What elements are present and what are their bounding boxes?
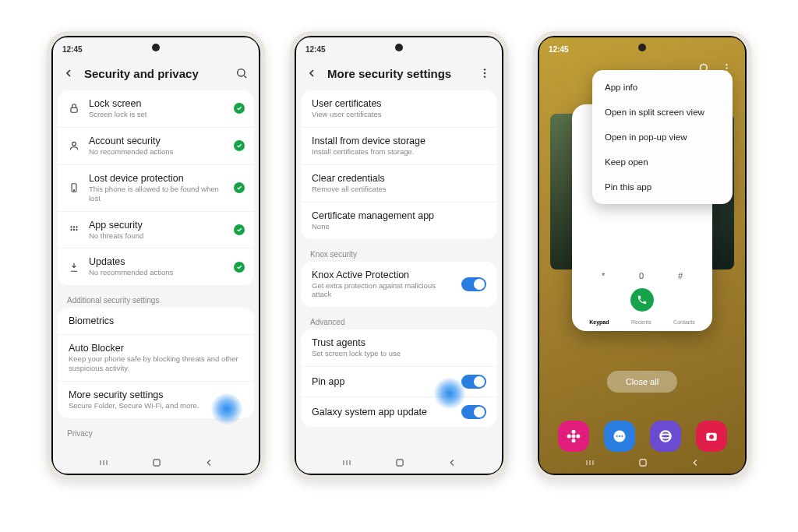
more-icon[interactable] <box>475 64 494 83</box>
screen-security-privacy: 12:45 Security and privacy Lock screenSc… <box>53 37 259 474</box>
nav-back-icon[interactable] <box>203 457 214 468</box>
row-pin-app[interactable]: Pin app <box>301 367 497 397</box>
svg-point-32 <box>709 435 714 439</box>
svg-point-26 <box>616 435 617 437</box>
row-sub: Secure Folder, Secure Wi-Fi, and more. <box>69 401 243 410</box>
row-sub: This phone is allowed to be found when l… <box>89 185 226 203</box>
toggle-switch[interactable] <box>461 277 486 291</box>
dialer-tabs: Keypad Recents Contacts <box>572 316 712 331</box>
svg-point-20 <box>571 435 575 439</box>
toggle-switch[interactable] <box>461 375 486 389</box>
row-sub: Set screen lock type to use <box>312 349 486 358</box>
call-button[interactable] <box>630 288 654 312</box>
page-title: Security and privacy <box>84 67 226 80</box>
row-sub: Remove all certificates <box>312 185 486 194</box>
row-sub: No threats found <box>89 231 226 241</box>
tab-keypad[interactable]: Keypad <box>589 319 609 325</box>
additional-card: Biometrics Auto Blocker Keep your phone … <box>58 308 254 418</box>
dock-app-messages[interactable] <box>604 421 635 452</box>
svg-point-14 <box>484 76 486 77</box>
row-auto-blocker[interactable]: Auto Blocker Keep your phone safe by blo… <box>58 335 254 382</box>
dock-app-internet[interactable] <box>650 421 681 452</box>
check-icon <box>234 224 245 235</box>
svg-point-10 <box>76 229 77 231</box>
key-zero[interactable]: 0 <box>639 271 644 280</box>
svg-point-27 <box>618 435 620 437</box>
key-hash[interactable]: # <box>678 271 683 280</box>
row-more-security[interactable]: More security settings Secure Folder, Se… <box>58 382 254 418</box>
nav-home-icon[interactable] <box>637 457 648 468</box>
row-title: Pin app <box>312 376 454 387</box>
svg-point-0 <box>238 69 245 76</box>
close-all-button[interactable]: Close all <box>607 371 677 393</box>
advanced-card: Trust agents Set screen lock type to use… <box>301 329 497 427</box>
nav-recents-icon[interactable] <box>341 458 353 467</box>
row-lost-device[interactable]: Lost device protectionThis phone is allo… <box>58 165 254 212</box>
svg-point-6 <box>73 226 75 227</box>
device-frame-1: 12:45 Security and privacy Lock screenSc… <box>47 31 265 480</box>
status-time: 12:45 <box>62 45 83 54</box>
knox-card: Knox Active ProtectionGet extra protecti… <box>301 262 497 308</box>
row-title: Biometrics <box>69 315 243 326</box>
row-cert-management[interactable]: Certificate management app None <box>301 203 497 239</box>
page-title: More security settings <box>327 67 469 80</box>
row-app-security[interactable]: App securityNo threats found <box>58 212 254 249</box>
tab-recents[interactable]: Recents <box>631 319 651 325</box>
nav-recents-icon[interactable] <box>97 458 110 467</box>
nav-back-icon[interactable] <box>447 457 457 468</box>
row-clear-credentials[interactable]: Clear credentials Remove all certificate… <box>301 165 497 203</box>
row-lock-screen[interactable]: Lock screenScreen lock is set <box>58 90 254 128</box>
menu-popup-view[interactable]: Open in pop-up view <box>592 125 733 150</box>
row-biometrics[interactable]: Biometrics <box>58 308 254 335</box>
row-title: Galaxy system app update <box>312 407 454 417</box>
nav-back-icon[interactable] <box>690 457 701 468</box>
svg-rect-1 <box>71 108 77 113</box>
menu-split-screen[interactable]: Open in split screen view <box>592 100 733 125</box>
section-additional: Additional security settings <box>58 291 254 308</box>
row-account-security[interactable]: Account securityNo recommended actions <box>58 128 254 165</box>
back-icon[interactable] <box>59 64 78 83</box>
check-icon <box>234 103 245 114</box>
row-updates[interactable]: UpdatesNo recommended actions <box>58 248 254 285</box>
svg-rect-15 <box>397 460 403 466</box>
svg-point-5 <box>70 226 72 227</box>
menu-app-info[interactable]: App info <box>592 75 733 100</box>
nav-bar <box>53 452 259 474</box>
svg-point-12 <box>484 69 486 70</box>
content-area: Lock screenScreen lock is set Account se… <box>53 90 259 452</box>
screen-recents: 12:45 * 0 # Keypad Recents Contacts <box>539 37 745 474</box>
row-knox-protection[interactable]: Knox Active ProtectionGet extra protecti… <box>301 262 497 308</box>
menu-keep-open[interactable]: Keep open <box>592 150 733 174</box>
svg-point-9 <box>73 229 75 231</box>
nav-recents-icon[interactable] <box>584 458 596 467</box>
section-privacy: Privacy <box>58 425 254 441</box>
row-sub: Screen lock is set <box>89 110 226 119</box>
menu-pin-app[interactable]: Pin this app <box>592 174 733 199</box>
row-sub: No recommended actions <box>89 147 226 157</box>
row-user-certificates[interactable]: User certificates View user certificates <box>301 90 497 128</box>
back-icon[interactable] <box>302 64 321 83</box>
row-sub: No recommended actions <box>89 268 226 277</box>
search-icon[interactable] <box>232 64 251 83</box>
dialer-keys: * 0 # <box>572 268 712 284</box>
nav-home-icon[interactable] <box>151 457 162 468</box>
tab-contacts[interactable]: Contacts <box>673 319 695 325</box>
apps-icon <box>67 224 81 235</box>
row-trust-agents[interactable]: Trust agents Set screen lock type to use <box>301 329 497 367</box>
row-sub: Install certificates from storage. <box>312 147 486 157</box>
key-star[interactable]: * <box>602 271 605 280</box>
row-title: Knox Active Protection <box>312 270 454 280</box>
row-title: Lock screen <box>89 98 226 109</box>
row-galaxy-update[interactable]: Galaxy system app update <box>301 397 497 427</box>
dock-app-camera[interactable] <box>696 421 727 452</box>
nav-bar <box>539 452 745 474</box>
nav-home-icon[interactable] <box>394 457 405 468</box>
camera-cutout <box>638 44 646 51</box>
row-sub: None <box>312 222 486 231</box>
svg-point-21 <box>571 430 575 434</box>
row-title: Updates <box>89 256 226 267</box>
dock-app-gallery[interactable] <box>558 421 589 452</box>
row-install-storage[interactable]: Install from device storage Install cert… <box>301 128 497 165</box>
context-menu: App info Open in split screen view Open … <box>592 70 733 204</box>
toggle-switch[interactable] <box>461 405 486 419</box>
